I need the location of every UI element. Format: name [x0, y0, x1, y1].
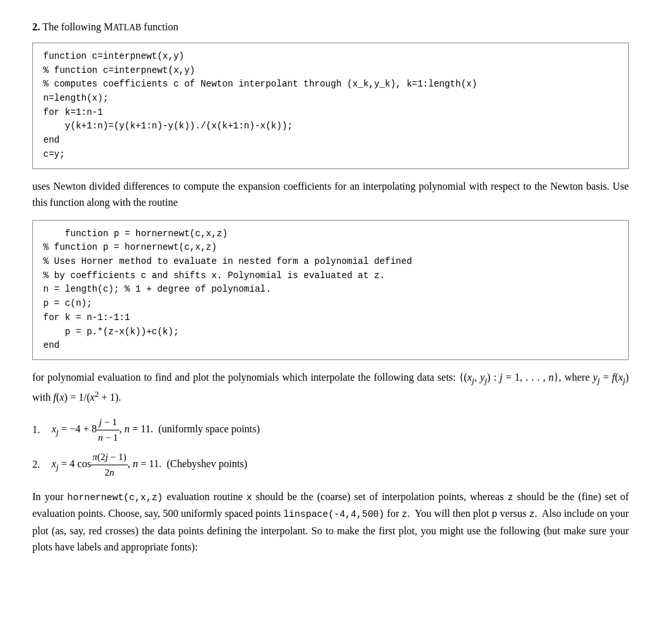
- list-area: 1. xj = −4 + 8j − 1n − 1, n = 11. (unifo…: [32, 415, 629, 479]
- code-line: % by coefficients c and shifts x. Polyno…: [43, 269, 618, 283]
- code-box-2: function p = hornernewt(c,x,z) % functio…: [32, 220, 629, 360]
- code-line: function p = hornernewt(c,x,z): [43, 227, 618, 241]
- code-line: n=length(x);: [43, 92, 618, 106]
- code-line: end: [43, 134, 618, 148]
- code-line: % function p = hornernewt(c,x,z): [43, 241, 618, 255]
- code-box-1: function c=interpnewt(x,y) % function c=…: [32, 43, 629, 169]
- code-line: y(k+1:n)=(y(k+1:n)-y(k))./(x(k+1:n)-x(k)…: [43, 119, 618, 134]
- code-line: for k = n-1:-1:1: [43, 311, 618, 325]
- code-line: for k=1:n-1: [43, 106, 618, 120]
- list-item-1-content: xj = −4 + 8j − 1n − 1, n = 11. (uniforml…: [52, 415, 260, 445]
- section-number: 2.: [32, 21, 40, 32]
- list-num-2: 2.: [32, 457, 48, 472]
- list-item-1: 1. xj = −4 + 8j − 1n − 1, n = 11. (unifo…: [32, 415, 629, 445]
- code-line: % function c=interpnewt(x,y): [43, 64, 618, 78]
- list-num-1: 1.: [32, 422, 48, 438]
- prose-1: uses Newton divided differences to compu…: [32, 178, 629, 211]
- list-item-2: 2. xj = 4 cosπ(2j − 1)2n, n = 11. (Cheby…: [32, 450, 629, 479]
- section-header: 2. The following Matlab function: [32, 19, 629, 35]
- code-line: % Uses Horner method to evaluate in nest…: [43, 255, 618, 269]
- code-line: p = c(n);: [43, 297, 618, 311]
- code-line: function c=interpnewt(x,y): [43, 50, 618, 64]
- code-line: p = p.*(z-x(k))+c(k);: [43, 325, 618, 339]
- code-line: % computes coefficients c of Newton inte…: [43, 77, 618, 92]
- code-line: c=y;: [43, 148, 618, 162]
- code-line: n = length(c); % 1 + degree of polynomia…: [43, 283, 618, 297]
- prose-2: for polynomial evaluation to find and pl…: [32, 369, 629, 406]
- prose-3: In your hornernewt(c,x,z) evaluation rou…: [32, 488, 629, 556]
- code-line: end: [43, 339, 618, 353]
- list-item-2-content: xj = 4 cosπ(2j − 1)2n, n = 11. (Chebyshe…: [52, 450, 247, 479]
